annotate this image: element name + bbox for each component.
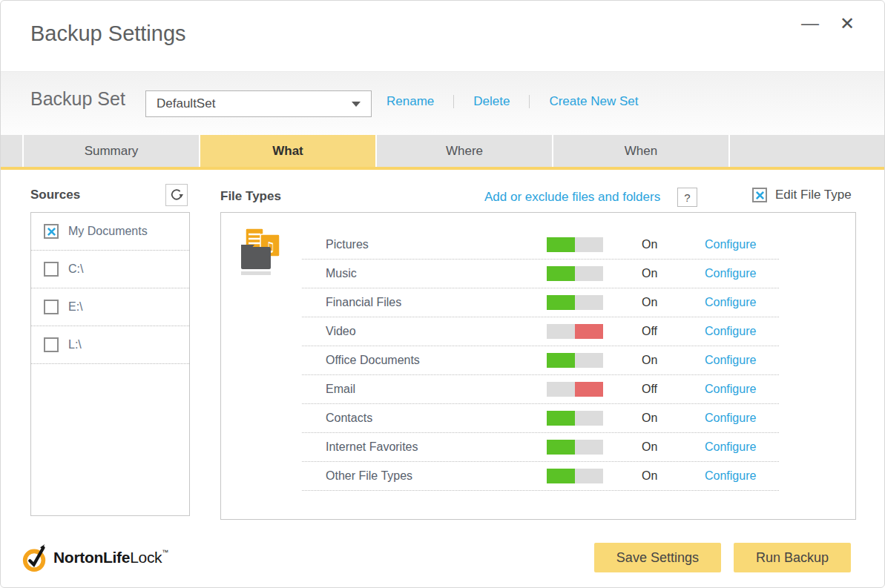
file-type-row: EmailOffConfigure — [302, 375, 779, 404]
file-type-state: Off — [642, 325, 683, 338]
source-item[interactable]: C:\ — [31, 251, 189, 288]
toggle-left-half — [547, 324, 575, 339]
toggle-right-half — [575, 382, 603, 397]
tab-when[interactable]: When — [553, 135, 728, 167]
refresh-button[interactable] — [165, 184, 188, 206]
run-backup-button[interactable]: Run Backup — [734, 543, 851, 572]
file-type-label: Internet Favorites — [326, 440, 547, 454]
file-type-label: Music — [326, 267, 547, 280]
source-checkbox[interactable] — [44, 262, 59, 277]
delete-link[interactable]: Delete — [473, 94, 510, 109]
toggle-right-half — [575, 295, 603, 310]
sources-title: Sources — [30, 188, 80, 202]
save-settings-button[interactable]: Save Settings — [594, 543, 721, 572]
file-type-label: Email — [326, 383, 547, 396]
file-type-state: On — [642, 296, 683, 309]
add-exclude-link[interactable]: Add or exclude files and folders — [484, 190, 660, 205]
toggle-left-half — [547, 237, 575, 252]
source-checkbox[interactable] — [44, 337, 59, 352]
configure-link[interactable]: Configure — [705, 325, 779, 338]
configure-link[interactable]: Configure — [705, 440, 779, 454]
backup-set-dropdown[interactable]: DefaultSet — [145, 90, 372, 117]
toggle-right-half — [575, 266, 603, 281]
brand-name-bold: NortonLife — [53, 549, 130, 566]
file-type-row: MusicOnConfigure — [302, 260, 779, 288]
toggle-left-half — [547, 382, 575, 397]
file-type-row: Financial FilesOnConfigure — [302, 288, 779, 317]
file-type-row: VideoOffConfigure — [302, 317, 779, 346]
toggle-right-half — [575, 237, 603, 252]
divider — [453, 95, 454, 108]
source-label: C:\ — [68, 262, 83, 276]
brand-name-regular: Lock — [130, 549, 162, 566]
source-checkbox[interactable] — [44, 224, 59, 239]
configure-link[interactable]: Configure — [705, 267, 779, 280]
sources-list: My DocumentsC:\E:\L:\ — [30, 212, 190, 516]
tab-where[interactable]: Where — [377, 135, 552, 167]
source-item[interactable]: E:\ — [31, 288, 189, 326]
file-type-toggle[interactable] — [547, 324, 603, 339]
file-type-state: Off — [642, 383, 683, 396]
file-type-toggle[interactable] — [547, 295, 603, 310]
rename-link[interactable]: Rename — [386, 94, 434, 109]
file-type-label: Office Documents — [326, 354, 547, 367]
tab-strip: Summary What Where When — [1, 135, 884, 167]
file-type-rows: PicturesOnConfigureMusicOnConfigureFinan… — [302, 231, 779, 491]
trademark-symbol: ™ — [162, 549, 168, 556]
file-type-toggle[interactable] — [547, 266, 603, 281]
source-label: E:\ — [68, 300, 83, 314]
file-type-toggle[interactable] — [547, 469, 603, 483]
configure-link[interactable]: Configure — [705, 412, 779, 425]
file-type-state: On — [642, 440, 683, 454]
backup-set-actions: Rename Delete Create New Set — [386, 94, 638, 109]
configure-link[interactable]: Configure — [705, 383, 779, 396]
help-button[interactable]: ? — [677, 188, 697, 207]
file-type-label: Financial Files — [326, 296, 547, 309]
file-type-row: Other File TypesOnConfigure — [302, 462, 779, 491]
create-new-set-link[interactable]: Create New Set — [549, 94, 638, 109]
backup-set-label: Backup Set — [30, 88, 125, 110]
toggle-left-half — [547, 295, 575, 310]
norton-check-icon — [21, 543, 49, 572]
chevron-down-icon — [352, 102, 361, 107]
brand-logo: NortonLifeLock™ — [21, 543, 168, 572]
configure-link[interactable]: Configure — [705, 238, 779, 251]
minimize-icon[interactable]: — — [798, 14, 822, 32]
tab-filler — [730, 135, 884, 167]
toggle-left-half — [547, 353, 575, 368]
source-item[interactable]: L:\ — [31, 326, 189, 364]
configure-link[interactable]: Configure — [705, 354, 779, 367]
tab-filler — [1, 135, 22, 167]
tab-summary[interactable]: Summary — [24, 135, 199, 167]
file-type-state: On — [642, 238, 683, 251]
file-type-toggle[interactable] — [547, 411, 603, 426]
file-type-state: On — [642, 354, 683, 367]
toggle-left-half — [547, 411, 575, 426]
toggle-right-half — [575, 469, 603, 483]
toggle-right-half — [575, 324, 603, 339]
tab-what[interactable]: What — [200, 135, 375, 167]
brand-name: NortonLifeLock™ — [53, 549, 168, 566]
configure-link[interactable]: Configure — [705, 469, 779, 483]
source-label: My Documents — [68, 225, 148, 238]
refresh-icon — [170, 188, 183, 202]
edit-file-type-checkbox[interactable] — [752, 188, 767, 202]
file-type-toggle[interactable] — [547, 353, 603, 368]
check-x-icon — [47, 227, 56, 237]
check-x-icon — [755, 191, 765, 200]
configure-link[interactable]: Configure — [705, 296, 779, 309]
source-checkbox[interactable] — [44, 300, 59, 314]
divider — [529, 95, 530, 108]
source-item[interactable]: My Documents — [31, 213, 189, 251]
edit-file-type[interactable]: Edit File Type — [752, 188, 852, 202]
window-controls: — ✕ — [798, 14, 856, 33]
file-type-label: Pictures — [326, 238, 547, 251]
backup-set-bar: Backup Set DefaultSet Rename Delete Crea… — [1, 71, 884, 135]
backup-settings-window: Backup Settings — ✕ Backup Set DefaultSe… — [0, 0, 885, 588]
close-icon[interactable]: ✕ — [838, 14, 856, 33]
file-type-label: Video — [326, 325, 547, 338]
file-type-toggle[interactable] — [547, 237, 603, 252]
file-type-toggle[interactable] — [547, 382, 603, 397]
file-type-toggle[interactable] — [547, 440, 603, 455]
file-types-title: File Types — [220, 189, 281, 204]
